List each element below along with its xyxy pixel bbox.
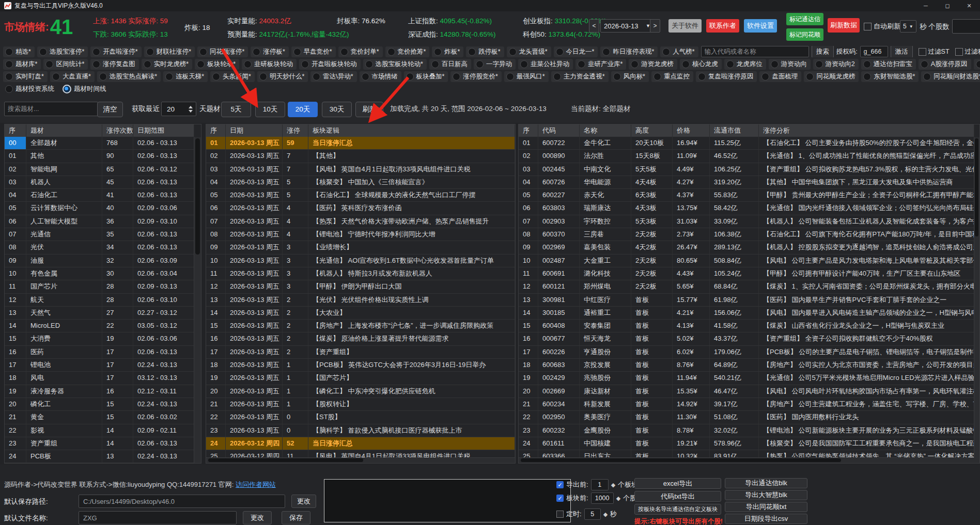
logic-row[interactable]: 242026-03-12 周四52当日涨停汇总	[206, 437, 515, 450]
maximize-icon[interactable]: ◻	[937, 0, 958, 11]
filter-tab-选股宝涨停[interactable]: 选股宝涨停*	[37, 46, 88, 57]
filter-tab-同花顺龙虎榜[interactable]: 同花顺龙虎榜	[804, 71, 859, 82]
filter-tab-跌停板[interactable]: 跌停板*	[466, 46, 504, 57]
filter-tab-主力资金透视[interactable]: 主力资金透视*	[551, 71, 609, 82]
filter-tab-雷达异动[interactable]: 雷达\异动*	[310, 71, 356, 82]
logic-row[interactable]: 022026-03-13 周五7【其他】	[206, 150, 515, 163]
code-txt-export-button[interactable]: 代码txt导出	[634, 491, 721, 502]
filter-tab-核心龙虎[interactable]: 核心龙虎	[680, 59, 722, 70]
refresh-data-button[interactable]: 刷新数据	[828, 18, 860, 33]
day-button-10[interactable]: 10天	[255, 102, 285, 117]
filter-tab-板块轮动[interactable]: 板块轮动*	[195, 59, 239, 70]
filter-tab-韭研板块轮动[interactable]: 韭研板块轮动	[242, 59, 297, 70]
stepper-icon[interactable]: ◆	[616, 495, 620, 502]
filter-tab-风向标[interactable]: 风向标*	[611, 71, 649, 82]
stock-row[interactable]: 23600232金鹰股份首板8.78¥32.02亿【锂电池】 公司新能源板块主要…	[519, 424, 974, 437]
theme-row[interactable]: 01其他9002.06 - 03.13	[5, 150, 194, 163]
checked-checkbox-icon[interactable]: ✓	[556, 481, 564, 488]
filter-tab-明天炒什么[interactable]: 明天炒什么*	[257, 71, 308, 82]
column-header-日期范围[interactable]: 日期范围	[133, 124, 194, 137]
logic-row[interactable]: 152026-03-13 周五2【房地产】 上海发布楼市“沪七条”，进一步调减住…	[206, 320, 515, 332]
theme-row[interactable]: 09油服3202.06 - 03.09	[5, 254, 194, 267]
theme-row[interactable]: 20磷化工1502.24 - 03.13	[5, 398, 194, 411]
column-header-价格[interactable]: 价格	[673, 124, 710, 137]
filter-tab-人气榜[interactable]: 人气榜*	[660, 46, 698, 57]
filter-tab-竞价抢筹[interactable]: 竞价抢筹*	[385, 46, 430, 57]
stock-row[interactable]: 01600722金牛化工20天10板16.94¥115.25亿【石油化工】 公司…	[519, 137, 974, 150]
stock-row[interactable]: 18600683京投发展首板8.76¥64.89亿【房地产】 公司实控人为北京市…	[519, 359, 974, 372]
theme-row[interactable]: 02智能电网6502.06 - 03.12	[5, 163, 194, 176]
theme-row[interactable]: 18风电1703.12 - 03.13	[5, 372, 194, 385]
logic-row[interactable]: 232026-03-13 周五0【脑科学】 首款侵入式脑机接口医疗器械获批上市	[206, 424, 515, 437]
theme-row[interactable]: 05云计算数据中心4002.09 - 03.06	[5, 202, 194, 215]
stock-row[interactable]: 19002429兆驰股份首板11.94¥540.21亿【光通信】 公司5万平米光…	[519, 372, 974, 385]
logic-row[interactable]: 082026-03-13 周五4【锂电池】 宁德时代年报净利润同比大增	[206, 228, 515, 241]
filter-tab-开盘啦涨停[interactable]: 开盘啦涨停*	[90, 46, 141, 57]
save-button[interactable]: 保存	[282, 511, 310, 524]
theme-row[interactable]: 19液冷服务器1602.12 - 03.11	[5, 385, 194, 398]
stock-table-vscrollbar[interactable]	[974, 137, 979, 463]
stock-row[interactable]: 06603803瑞斯康达4天3板13.75¥58.42亿【光通信】 国内光纤通信…	[519, 202, 974, 215]
stock-row[interactable]: 03002445中南文化5天5板4.49¥106.25亿【资产重组】 公司拟收购…	[519, 163, 974, 176]
date-select[interactable]: 2026-03-13 ▼	[600, 19, 654, 33]
filter-tab-最强风口[interactable]: 最强风口*	[504, 71, 549, 82]
stepper-icon[interactable]: ◆	[603, 511, 608, 518]
filter-tab-题材投资系统[interactable]: 题材投资系统	[3, 84, 58, 94]
contact-author-button[interactable]: 联系作者	[706, 19, 739, 33]
stepper-icon[interactable]: ◆	[611, 482, 615, 488]
stock-row[interactable]: 09002969嘉美包装4天2板26.47¥289.13亿【机器人】 控股股东拟…	[519, 241, 974, 254]
column-header-代码[interactable]: 代码	[538, 124, 580, 137]
column-header-板块逻辑[interactable]: 板块逻辑	[308, 124, 515, 137]
minimize-icon[interactable]: ─	[915, 0, 937, 11]
logic-row[interactable]: 052026-03-13 周五5【石油化工】 全球规模最大的液化天然气出口工厂停…	[206, 189, 515, 202]
auto-refresh-checkbox[interactable]: 自动刷新	[864, 22, 900, 31]
column-header-涨停分析[interactable]: 涨停分析	[759, 124, 974, 137]
stock-row[interactable]: 14300185通裕重工首板4.21¥156.06亿【风电】 国内最早进入风电铸…	[519, 307, 974, 320]
logic-row[interactable]: 122026-03-13 周五3【甲醇】 伊朗为甲醇出口大国	[206, 280, 515, 293]
tdx-blk-export-button[interactable]: 导出通达信blk	[725, 478, 807, 488]
theme-row[interactable]: 04石油化工4102.06 - 03.13	[5, 189, 194, 202]
mark-ths-button[interactable]: 标记同花顺	[786, 28, 823, 41]
filter-tab-早盘竞价[interactable]: 早盘竞价*	[291, 46, 336, 57]
logic-row[interactable]: 142026-03-13 周五2【大农业】	[206, 307, 515, 320]
column-header-序[interactable]: 序	[5, 124, 26, 137]
activate-button[interactable]: 激活	[891, 46, 913, 57]
date-csv-export-button[interactable]: 日期段导出csv	[725, 514, 807, 524]
logic-row[interactable]: 192026-03-13 周五1【国产芯片】	[206, 372, 515, 385]
column-header-高度[interactable]: 高度	[631, 124, 673, 137]
checked-checkbox-icon[interactable]: ✓	[556, 495, 564, 502]
checkbox-过滤科创[interactable]: 过滤科创	[955, 47, 980, 56]
stock-row[interactable]: 07002903宇环数控5天3板31.03¥33.09亿【机器人】 公司智能装备…	[519, 215, 974, 228]
day-button-5[interactable]: 5天	[221, 102, 251, 117]
stock-row[interactable]: 22002950奥美医疗首板11.30¥51.08亿【医药】 国内医用敷料行业龙…	[519, 411, 974, 424]
refresh-button[interactable]: 刷新	[355, 102, 383, 117]
change-path-button[interactable]: 更改	[291, 495, 316, 508]
filter-tab-A股股东数[interactable]: A股股东数	[974, 59, 980, 70]
logic-row[interactable]: 062026-03-13 周五4【医药】 英科医疗发布涨价函	[206, 202, 515, 215]
theme-row[interactable]: 23资产重组1402.06 - 03.13	[5, 437, 194, 450]
theme-search-input[interactable]	[4, 102, 98, 116]
stock-count-input[interactable]	[952, 19, 980, 34]
theme-row[interactable]: 10有色金属3002.06 - 03.04	[5, 267, 194, 280]
filter-tab-开盘啦板块轮动[interactable]: 开盘啦板块轮动	[299, 59, 361, 70]
stock-row[interactable]: 11600691潞化科技2天2板4.43¥105.24亿【甲醇】 公司拥有甲醇设…	[519, 267, 974, 280]
logic-row[interactable]: 212026-03-13 周五1【股权转让】	[206, 398, 515, 411]
clear-button[interactable]: 清空	[97, 102, 123, 117]
filter-tab-实时龙虎榜[interactable]: 实时龙虎榜*	[142, 59, 192, 70]
logic-row[interactable]: 102026-03-13 周五3【光通信】 AOI宣布收到1.6T数据中心光收发…	[206, 254, 515, 267]
theme-row[interactable]: 17锂电池1702.24 - 03.13	[5, 359, 194, 372]
theme-row[interactable]: 22影视1402.09 - 02.11	[5, 424, 194, 437]
theme-row[interactable]: 00全部题材76802.06 - 03.13	[5, 137, 194, 150]
column-header-题材[interactable]: 题材	[26, 124, 102, 137]
filter-tab-百日新高[interactable]: 百日新高	[429, 59, 471, 70]
filter-tab-游资动向2[interactable]: 游资动向2	[813, 59, 859, 70]
theme-row[interactable]: 11国产芯片2802.09 - 03.13	[5, 280, 194, 293]
filter-tab-选股宝热点解读[interactable]: 选股宝热点解读*	[97, 71, 161, 82]
stock-row[interactable]: 15600408安泰集团首板4.13¥41.58亿【煤炭】 山西省焦化行业龙头企…	[519, 320, 974, 332]
filter-tab-今日龙一[interactable]: 今日龙一*	[554, 46, 598, 57]
column-header-日期[interactable]: 日期	[226, 124, 283, 137]
about-button[interactable]: 关于软件	[668, 19, 702, 33]
theme-row[interactable]: 07光通信3502.06 - 03.13	[5, 228, 194, 241]
theme-row[interactable]: 15大消费1902.06 - 03.06	[5, 332, 194, 345]
filter-tab-涨停复盘图[interactable]: 涨停复盘图	[90, 59, 139, 70]
